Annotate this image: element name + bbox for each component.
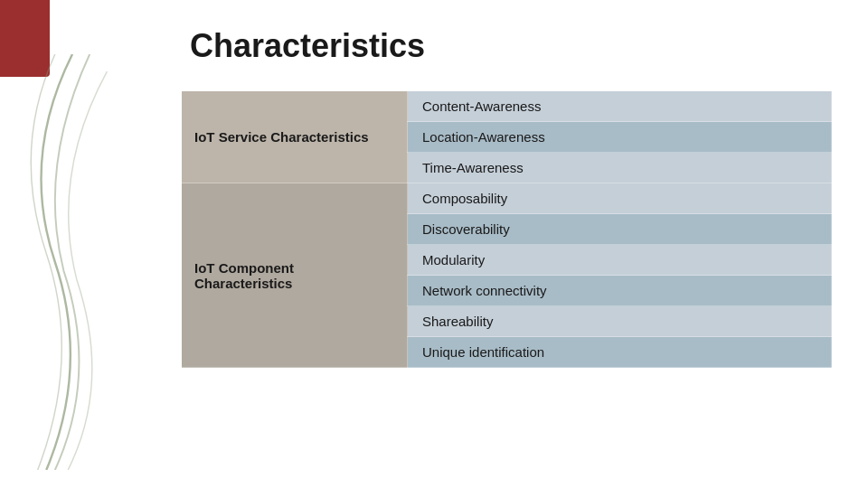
- table-row: IoT Component Characteristics Composabil…: [182, 183, 832, 214]
- table-row: IoT Service Characteristics Content-Awar…: [182, 91, 832, 122]
- main-content: Characteristics IoT Service Characterist…: [145, 0, 868, 488]
- char-cell-modularity: Modularity: [408, 245, 832, 276]
- char-cell-network-connectivity: Network connectivity: [408, 276, 832, 306]
- char-cell-time-awareness: Time-Awareness: [408, 153, 832, 183]
- char-cell-unique-identification: Unique identification: [408, 337, 832, 368]
- char-cell-location-awareness: Location-Awareness: [408, 122, 832, 153]
- char-cell-content-awareness: Content-Awareness: [408, 91, 832, 122]
- component-category-cell: IoT Component Characteristics: [182, 183, 408, 368]
- decorative-lines: [0, 54, 145, 470]
- char-cell-discoverability: Discoverability: [408, 214, 832, 245]
- char-cell-shareability: Shareability: [408, 306, 832, 337]
- characteristics-table: IoT Service Characteristics Content-Awar…: [181, 90, 832, 368]
- page-title: Characteristics: [190, 27, 832, 65]
- service-category-cell: IoT Service Characteristics: [182, 91, 408, 183]
- char-cell-composability: Composability: [408, 183, 832, 214]
- left-panel: [0, 0, 145, 488]
